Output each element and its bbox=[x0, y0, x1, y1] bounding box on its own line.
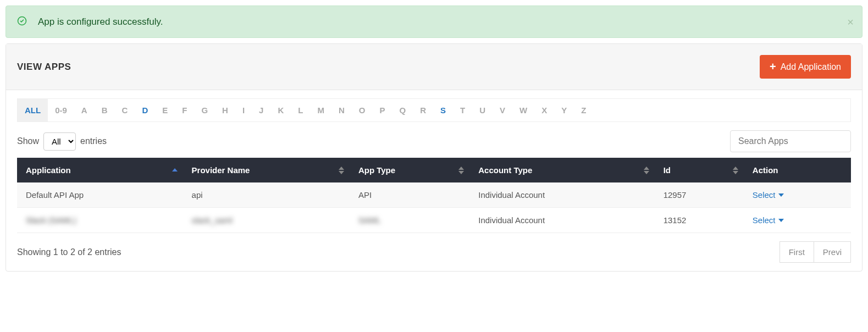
apps-table: Application Provider Name App Type Accou… bbox=[17, 158, 851, 233]
panel-body: ALL0-9ABCDEFGHIJKLMNOPQRSTUVWXYZ Show Al… bbox=[6, 90, 862, 271]
table-header-row: Application Provider Name App Type Accou… bbox=[17, 158, 851, 182]
alpha-o[interactable]: O bbox=[352, 99, 373, 121]
alpha-s[interactable]: S bbox=[433, 99, 453, 121]
pagination: FirstPrevi bbox=[779, 241, 851, 263]
table-cell: 13152 bbox=[655, 208, 744, 233]
table-cell: Individual Account bbox=[469, 182, 654, 208]
table-cell: Default API App bbox=[17, 182, 183, 208]
table-footer: Showing 1 to 2 of 2 entries FirstPrevi bbox=[17, 241, 851, 263]
alpha-h[interactable]: H bbox=[215, 99, 235, 121]
alpha-u[interactable]: U bbox=[472, 99, 493, 121]
add-application-button[interactable]: + Add Application bbox=[760, 55, 851, 79]
alpha-a[interactable]: A bbox=[74, 99, 95, 121]
alpha-x[interactable]: X bbox=[534, 99, 554, 121]
alpha-e[interactable]: E bbox=[155, 99, 175, 121]
table-controls: Show All entries bbox=[17, 130, 851, 152]
table-cell: Individual Account bbox=[469, 208, 654, 233]
table-row: Slack (SAML)slack_samlSAMLIndividual Acc… bbox=[17, 208, 851, 233]
alpha-f[interactable]: F bbox=[175, 99, 194, 121]
plus-icon: + bbox=[770, 60, 776, 73]
alpha-b[interactable]: B bbox=[95, 99, 115, 121]
table-cell-action: Select bbox=[744, 208, 851, 233]
alpha-v[interactable]: V bbox=[493, 99, 512, 121]
showing-text: Showing 1 to 2 of 2 entries bbox=[17, 247, 121, 257]
alpha-z[interactable]: Z bbox=[574, 99, 593, 121]
alpha-c[interactable]: C bbox=[115, 99, 135, 121]
table-cell: 12957 bbox=[655, 182, 744, 208]
page-first[interactable]: First bbox=[779, 241, 814, 263]
table-cell: SAML bbox=[350, 208, 469, 233]
entries-select[interactable]: All bbox=[43, 132, 76, 151]
select-action[interactable]: Select bbox=[753, 190, 842, 200]
sort-icon bbox=[458, 167, 464, 174]
sort-icon bbox=[644, 167, 649, 174]
close-icon[interactable]: × bbox=[847, 15, 854, 28]
table-cell-action: Select bbox=[744, 182, 851, 208]
check-circle-icon bbox=[17, 16, 27, 27]
alpha-i[interactable]: I bbox=[235, 99, 252, 121]
alpha-t[interactable]: T bbox=[453, 99, 472, 121]
table-cell: API bbox=[350, 182, 469, 208]
alpha-r[interactable]: R bbox=[413, 99, 433, 121]
alpha-l[interactable]: L bbox=[291, 99, 310, 121]
sort-icon bbox=[339, 167, 344, 174]
sort-icon bbox=[172, 168, 178, 173]
panel-header: VIEW APPS + Add Application bbox=[6, 44, 862, 90]
success-alert: App is configured successfuly. × bbox=[5, 5, 863, 38]
alpha-p[interactable]: P bbox=[372, 99, 392, 121]
panel-title: VIEW APPS bbox=[17, 62, 71, 73]
alpha-g[interactable]: G bbox=[194, 99, 215, 121]
alert-message: App is configured successfuly. bbox=[38, 16, 163, 27]
alpha-w[interactable]: W bbox=[512, 99, 534, 121]
view-apps-panel: VIEW APPS + Add Application ALL0-9ABCDEF… bbox=[5, 43, 863, 272]
col-provider[interactable]: Provider Name bbox=[183, 158, 350, 182]
table-row: Default API AppapiAPIIndividual Account1… bbox=[17, 182, 851, 208]
col-apptype[interactable]: App Type bbox=[350, 158, 469, 182]
select-action[interactable]: Select bbox=[753, 215, 842, 225]
table-cell: api bbox=[183, 182, 350, 208]
alpha-n[interactable]: N bbox=[331, 99, 352, 121]
col-accounttype[interactable]: Account Type bbox=[469, 158, 654, 182]
sort-icon bbox=[733, 167, 738, 174]
show-label: Show bbox=[17, 136, 39, 146]
alpha-0-9[interactable]: 0-9 bbox=[48, 99, 74, 121]
caret-down-icon bbox=[778, 219, 784, 222]
entries-label: entries bbox=[80, 136, 107, 146]
alpha-q[interactable]: Q bbox=[392, 99, 413, 121]
page-previ[interactable]: Previ bbox=[814, 241, 851, 263]
show-entries: Show All entries bbox=[17, 132, 107, 151]
search-input[interactable] bbox=[730, 130, 851, 152]
alpha-j[interactable]: J bbox=[252, 99, 270, 121]
alpha-filter: ALL0-9ABCDEFGHIJKLMNOPQRSTUVWXYZ bbox=[17, 98, 851, 122]
table-cell: slack_saml bbox=[183, 208, 350, 233]
add-button-label: Add Application bbox=[781, 62, 841, 72]
col-application[interactable]: Application bbox=[17, 158, 183, 182]
alpha-k[interactable]: K bbox=[270, 99, 291, 121]
alpha-d[interactable]: D bbox=[135, 99, 155, 121]
col-id[interactable]: Id bbox=[655, 158, 744, 182]
table-cell: Slack (SAML) bbox=[17, 208, 183, 233]
col-action: Action bbox=[744, 158, 851, 182]
caret-down-icon bbox=[778, 193, 784, 197]
alpha-y[interactable]: Y bbox=[554, 99, 574, 121]
alpha-m[interactable]: M bbox=[310, 99, 331, 121]
alpha-all[interactable]: ALL bbox=[18, 99, 48, 121]
